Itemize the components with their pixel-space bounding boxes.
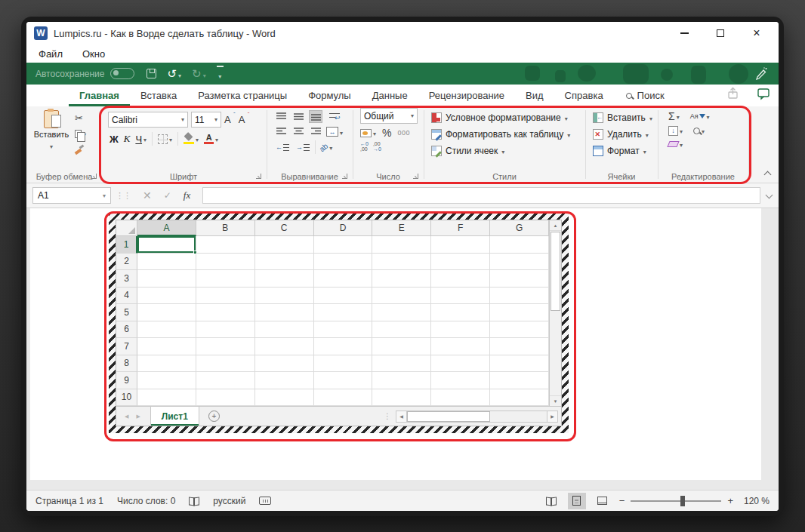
proofing-icon[interactable] xyxy=(189,497,199,505)
scroll-up-icon[interactable]: ▲ xyxy=(550,220,561,231)
cell-E1[interactable] xyxy=(372,236,431,254)
scroll-left-icon[interactable]: ◀ xyxy=(396,411,407,423)
cell-A7[interactable] xyxy=(137,338,196,355)
fill-button[interactable]: ↓ xyxy=(668,125,683,136)
print-layout-button[interactable] xyxy=(568,493,586,509)
cut-button[interactable]: ✂ xyxy=(75,112,86,124)
search-box[interactable]: Поиск xyxy=(626,90,665,101)
fill-color-button[interactable] xyxy=(184,133,199,145)
cell-E9[interactable] xyxy=(372,372,431,389)
cell-B8[interactable] xyxy=(196,355,255,373)
decrease-indent-button[interactable]: ← xyxy=(274,141,291,154)
undo-button[interactable]: ↺ xyxy=(167,68,181,80)
align-middle-button[interactable] xyxy=(291,110,305,123)
cell-C10[interactable] xyxy=(255,389,314,407)
cell-C7[interactable] xyxy=(255,338,314,355)
row-header-3[interactable]: 3 xyxy=(116,270,137,288)
increase-decimal-button[interactable]: ←0,00 xyxy=(360,142,369,152)
scroll-down-icon[interactable]: ▼ xyxy=(550,395,561,406)
cell-F3[interactable] xyxy=(431,270,490,288)
cell-G4[interactable] xyxy=(490,288,549,305)
sheet-tab[interactable]: Лист1 xyxy=(150,407,199,426)
save-icon[interactable] xyxy=(147,69,156,78)
vertical-scrollbar[interactable]: ▲ ▼ xyxy=(549,220,561,406)
ribbon-tab-4[interactable]: Данные xyxy=(362,85,418,106)
cell-A1[interactable] xyxy=(137,236,196,254)
column-header-F[interactable]: F xyxy=(431,220,490,236)
align-right-button[interactable] xyxy=(309,125,322,138)
collapse-ribbon-button[interactable] xyxy=(764,170,771,177)
cell-A8[interactable] xyxy=(137,355,196,373)
cell-C4[interactable] xyxy=(255,288,314,305)
cell-C1[interactable] xyxy=(255,236,314,254)
row-header-8[interactable]: 8 xyxy=(116,355,137,373)
underline-button[interactable]: Ч xyxy=(135,133,147,145)
autosave-toggle[interactable] xyxy=(110,68,134,79)
row-header-4[interactable]: 4 xyxy=(116,288,137,305)
cell-D5[interactable] xyxy=(314,304,373,321)
cell-E5[interactable] xyxy=(372,304,431,321)
horizontal-scroll-thumb[interactable] xyxy=(407,411,490,422)
cell-F5[interactable] xyxy=(431,304,490,321)
ribbon-tab-3[interactable]: Формулы xyxy=(298,85,362,106)
cell-G2[interactable] xyxy=(490,254,549,271)
zoom-out-button[interactable]: − xyxy=(619,495,625,506)
zoom-in-button[interactable]: + xyxy=(727,495,733,506)
cell-F4[interactable] xyxy=(431,288,490,305)
copy-button[interactable] xyxy=(75,128,86,140)
cell-D2[interactable] xyxy=(314,254,373,271)
menu-item-0[interactable]: Файл xyxy=(39,48,63,60)
cell-B10[interactable] xyxy=(196,389,255,407)
cell-G6[interactable] xyxy=(490,321,549,339)
cell-F2[interactable] xyxy=(431,254,490,271)
paste-button[interactable]: Вставить xyxy=(32,110,70,170)
close-button[interactable]: × xyxy=(751,28,762,38)
cell-E7[interactable] xyxy=(372,338,431,355)
format-as-table-button[interactable]: Форматировать как таблицу xyxy=(431,127,582,141)
cell-C8[interactable] xyxy=(255,355,314,373)
name-box-resizer[interactable]: ⋮⋮ xyxy=(116,191,131,201)
read-mode-button[interactable] xyxy=(542,493,560,509)
web-layout-button[interactable] xyxy=(594,493,612,509)
cell-C2[interactable] xyxy=(255,254,314,271)
cell-E6[interactable] xyxy=(372,321,431,339)
delete-cells-button[interactable]: Удалить xyxy=(593,127,655,141)
ribbon-tab-2[interactable]: Разметка страницы xyxy=(187,85,298,106)
cell-A4[interactable] xyxy=(137,288,196,305)
cell-B1[interactable] xyxy=(196,236,255,254)
comments-icon[interactable] xyxy=(757,87,771,100)
cell-G7[interactable] xyxy=(490,338,549,355)
insert-function-button[interactable]: fx xyxy=(184,189,190,201)
fill-handle[interactable] xyxy=(193,251,197,254)
cell-D6[interactable] xyxy=(314,321,373,339)
align-left-button[interactable] xyxy=(274,125,288,138)
cell-A9[interactable] xyxy=(137,372,196,389)
cell-A6[interactable] xyxy=(137,321,196,339)
alignment-dialog-launcher[interactable] xyxy=(342,174,347,179)
cell-D9[interactable] xyxy=(314,372,373,389)
select-all-corner[interactable] xyxy=(116,220,137,236)
column-header-E[interactable]: E xyxy=(372,220,431,236)
increase-indent-button[interactable]: → xyxy=(295,141,311,154)
cell-D8[interactable] xyxy=(314,355,373,373)
cell-B4[interactable] xyxy=(196,288,255,305)
row-header-2[interactable]: 2 xyxy=(116,254,137,271)
row-header-1[interactable]: 1 xyxy=(116,236,137,254)
conditional-formatting-button[interactable]: Условное форматирование xyxy=(431,110,582,125)
autosum-button[interactable]: Σ xyxy=(668,110,680,122)
cell-B5[interactable] xyxy=(196,304,255,321)
ribbon-tab-1[interactable]: Вставка xyxy=(130,85,187,106)
sheet-nav-right-icon[interactable]: ▶ xyxy=(132,414,143,420)
insert-cells-button[interactable]: Вставить xyxy=(593,110,655,125)
confirm-entry-button[interactable]: ✓ xyxy=(164,190,171,201)
cell-B9[interactable] xyxy=(196,372,255,389)
ribbon-tab-5[interactable]: Рецензирование xyxy=(418,85,515,106)
cell-G3[interactable] xyxy=(490,270,549,288)
ink-pen-icon[interactable] xyxy=(754,66,768,80)
sort-filter-button[interactable]: Ая xyxy=(690,111,710,121)
vertical-scroll-thumb[interactable] xyxy=(551,232,560,311)
maximize-button[interactable] xyxy=(715,28,726,38)
clear-button[interactable] xyxy=(668,139,683,149)
column-header-A[interactable]: A xyxy=(137,220,196,236)
orientation-button[interactable]: ab xyxy=(319,141,332,153)
